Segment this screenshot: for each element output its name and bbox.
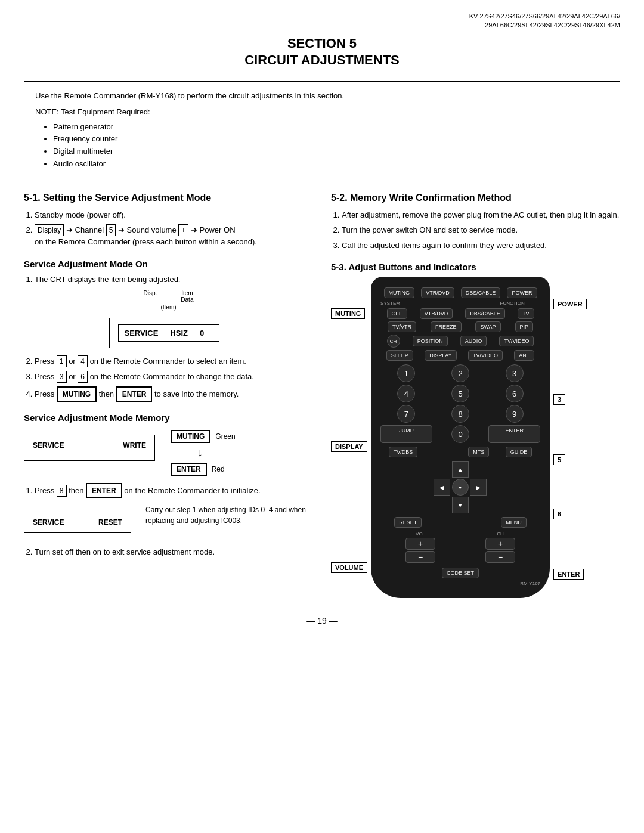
btn-5[interactable]: 5 xyxy=(451,385,469,402)
num4-btn[interactable]: 4 xyxy=(78,355,88,367)
service-mode-on-steps-cont: Press 1 or 4 on the Remote Commander to … xyxy=(24,355,313,402)
s52-step1: After adjustment, remove the power plug … xyxy=(342,209,620,221)
dbs-cable-btn[interactable]: DBS/CABLE xyxy=(461,287,501,298)
guide-btn[interactable]: GUIDE xyxy=(506,447,532,457)
num6-label: 6 xyxy=(553,509,565,519)
vol-plus[interactable]: + xyxy=(405,538,435,550)
btn-4[interactable]: 4 xyxy=(397,385,415,402)
section-title: SECTION 5 CIRCUIT ADJUSTMENTS xyxy=(24,35,620,69)
remote-diagram: MUTING DISPLAY VOLUME MUTING VTR/DVD xyxy=(331,277,620,598)
right-column: 5-2. Memory Write Confirmation Method Af… xyxy=(331,193,620,599)
service-mode-step4: Press MUTING then ENTER to save into the… xyxy=(35,386,313,402)
tv-btn[interactable]: TV xyxy=(518,308,534,319)
power-top-btn[interactable]: POWER xyxy=(507,287,537,298)
muting-btn-inline[interactable]: MUTING xyxy=(57,386,97,402)
mts-btn[interactable]: MTS xyxy=(468,447,489,457)
dpad-down[interactable]: ▼ xyxy=(452,497,469,513)
section51-heading: 5-1. Setting the Service Adjustment Mode xyxy=(24,193,313,203)
num1-btn[interactable]: 1 xyxy=(57,355,67,367)
num8-btn[interactable]: 8 xyxy=(57,485,67,497)
num6-btn[interactable]: 6 xyxy=(78,371,88,383)
remote-body: MUTING VTR/DVD DBS/CABLE POWER SYSTEM ——… xyxy=(371,277,550,598)
tv-video-btn[interactable]: TV/VIDEO xyxy=(499,336,534,346)
tv-dbs-btn[interactable]: TV/DBS xyxy=(389,447,418,457)
code-set-btn[interactable]: CODE SET xyxy=(442,568,479,578)
enter-flow-btn[interactable]: ENTER xyxy=(171,463,207,476)
btn-1[interactable]: 1 xyxy=(397,364,415,382)
service-mode-step1: The CRT displays the item being adjusted… xyxy=(35,274,313,286)
muting-flow-btn[interactable]: MUTING xyxy=(171,430,210,443)
service-display-box: SERVICE HSIZ 0 xyxy=(109,318,228,348)
pip-btn[interactable]: PIP xyxy=(515,321,534,332)
dpad: ▲ ◀ ● ▶ ▼ xyxy=(434,461,487,513)
btn-0[interactable]: 0 xyxy=(451,425,469,443)
memory-step2: Turn set off then on to exit service adj… xyxy=(35,546,313,558)
code-set-section: CODE SET xyxy=(380,568,540,578)
btn-9[interactable]: 9 xyxy=(506,405,524,423)
section53-heading: 5-3. Adjust Buttons and Indicators xyxy=(331,262,620,272)
btn-3[interactable]: 3 xyxy=(506,364,524,382)
ch-plus[interactable]: + xyxy=(485,538,515,550)
memory-box: SERVICE WRITE xyxy=(24,435,155,461)
btn-7[interactable]: 7 xyxy=(397,405,415,423)
dpad-right[interactable]: ▶ xyxy=(470,479,487,496)
service-mode-on-heading: Service Adjustment Mode On xyxy=(24,259,313,269)
audio-btn[interactable]: AUDIO xyxy=(460,336,487,346)
muting-remote-btn[interactable]: MUTING xyxy=(384,287,415,298)
tv-vtr-btn[interactable]: TV/VTR xyxy=(388,321,416,332)
enter-btn-inline[interactable]: ENTER xyxy=(116,386,153,402)
remote-labels-left: MUTING DISPLAY VOLUME xyxy=(331,277,367,598)
volume-label-left: VOLUME xyxy=(331,562,367,573)
off-btn[interactable]: OFF xyxy=(387,308,407,319)
vol-minus[interactable]: − xyxy=(405,551,435,563)
ch-btn[interactable]: CH xyxy=(387,335,400,348)
dpad-up[interactable]: ▲ xyxy=(452,461,469,478)
display-button[interactable]: Display xyxy=(35,224,64,236)
section52-heading: 5-2. Memory Write Confirmation Method xyxy=(331,193,620,203)
tv-video2-btn[interactable]: TV/VIDEO xyxy=(468,350,503,361)
section52-steps: After adjustment, remove the power plug … xyxy=(331,209,620,252)
service-mode-memory-steps2: Turn set off then on to exit service adj… xyxy=(24,546,313,558)
freeze-btn[interactable]: FREEZE xyxy=(431,321,462,332)
reset-remote-btn[interactable]: RESET xyxy=(394,517,422,528)
ch-minus[interactable]: − xyxy=(485,551,515,563)
power-label-right: POWER xyxy=(553,299,587,309)
btn-8[interactable]: 8 xyxy=(451,405,469,423)
carry-out-text: Carry out step 1 when adjusting IDs 0–4 … xyxy=(145,504,313,526)
service-mode-on-steps: The CRT displays the item being adjusted… xyxy=(24,274,313,286)
intro-box: Use the Remote Commander (RM-Y168) to pe… xyxy=(24,81,620,179)
btn-6[interactable]: 6 xyxy=(506,385,524,402)
display-label-left: DISPLAY xyxy=(331,441,367,452)
enter-remote-btn[interactable]: ENTER xyxy=(488,425,540,443)
num3-btn[interactable]: 3 xyxy=(57,371,67,383)
dpad-center[interactable]: ● xyxy=(452,479,469,496)
sleep-btn[interactable]: SLEEP xyxy=(386,350,413,361)
vol-ch-section: VOL + − CH + − xyxy=(380,531,540,563)
enter-init-btn[interactable]: ENTER xyxy=(86,483,122,498)
reset-section: SERVICE RESET Carry out step 1 when adju… xyxy=(24,504,313,540)
vtr-dvd2-btn[interactable]: VTR/DVD xyxy=(420,308,453,319)
s52-step3: Call the adjusted items again to confirm… xyxy=(342,240,620,252)
service-mode-step2: Press 1 or 4 on the Remote Commander to … xyxy=(35,355,313,367)
ant-btn[interactable]: ANT xyxy=(514,350,534,361)
rm-model: RM-Y167 xyxy=(380,581,540,586)
reset-box: SERVICE RESET xyxy=(24,512,131,533)
two-column-layout: 5-1. Setting the Service Adjustment Mode… xyxy=(24,193,620,599)
dbs-cable2-btn[interactable]: DBS/CABLE xyxy=(465,308,505,319)
remote-top-row: MUTING VTR/DVD DBS/CABLE POWER xyxy=(380,287,540,298)
display-diagram: Disp. Item Data (Item) SERVICE HSIZ 0 xyxy=(24,290,313,348)
section51-steps: Standby mode (power off). Display ➜ Chan… xyxy=(24,209,313,248)
channel5-button[interactable]: 5 xyxy=(106,224,116,236)
menu-btn[interactable]: MENU xyxy=(501,517,527,528)
swap-btn[interactable]: SWAP xyxy=(475,321,500,332)
vtr-dvd-btn[interactable]: VTR/DVD xyxy=(421,287,454,298)
btn-2[interactable]: 2 xyxy=(451,364,469,382)
display-btn[interactable]: DISPLAY xyxy=(425,350,456,361)
volume-plus-button[interactable]: + xyxy=(178,224,188,236)
vol-group: VOL + − xyxy=(405,531,435,563)
jump-btn[interactable]: JUMP xyxy=(380,425,432,443)
s52-step2: Turn the power switch ON and set to serv… xyxy=(342,224,620,236)
dpad-left[interactable]: ◀ xyxy=(434,479,450,496)
memory-step1: Press 8 then ENTER on the Remote Command… xyxy=(35,483,313,498)
position-btn[interactable]: POSITION xyxy=(413,336,448,346)
